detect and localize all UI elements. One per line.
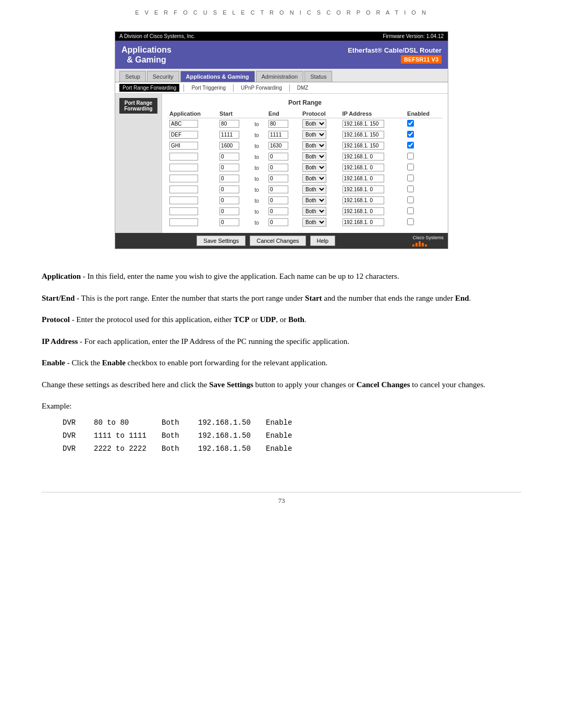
protocol-select[interactable]: BothTCPUDP [302,207,326,216]
cisco-bars [412,241,444,246]
end-input[interactable] [268,153,288,161]
start-input[interactable] [219,153,239,161]
enabled-checkbox[interactable] [407,120,414,127]
example-cell: Both [162,416,188,429]
cell-enabled [405,217,443,228]
ip-input[interactable] [342,120,384,128]
ip-input[interactable] [342,164,384,171]
enabled-checkbox[interactable] [407,196,414,203]
ip-input[interactable] [342,218,384,226]
start-input[interactable] [219,175,239,182]
tab-status[interactable]: Status [304,71,332,82]
enabled-checkbox[interactable] [407,164,414,170]
cell-end [266,184,300,195]
ip-input[interactable] [342,196,384,204]
enabled-checkbox[interactable] [407,153,414,159]
protocol-select[interactable]: BothTCPUDP [302,196,326,205]
end-input[interactable] [268,218,288,226]
subnav-upnp[interactable]: UPnP Forwarding [238,84,285,92]
app-input[interactable] [169,142,198,150]
protocol-select[interactable]: BothTCPUDP [302,163,326,172]
example-cell: Enable [266,416,297,429]
start-input[interactable] [219,120,239,128]
router-logo: Applications & Gaming [121,45,172,65]
cell-start [217,118,251,130]
save-settings-button[interactable]: Save Settings [197,236,246,246]
example-row: DVR1111 to 1111Both192.168.1.50Enable [63,429,521,442]
example-cell: Both [162,442,188,455]
subnav-dmz[interactable]: DMZ [294,84,312,92]
cancel-changes-button[interactable]: Cancel Changes [250,236,305,246]
enabled-checkbox[interactable] [407,186,414,192]
cell-enabled [405,184,443,195]
app-input[interactable] [169,218,198,226]
enabled-checkbox[interactable] [407,131,414,138]
end-input[interactable] [268,186,288,193]
app-input[interactable] [169,196,198,204]
protocol-select[interactable]: BothTCPUDP [302,218,326,227]
example-cell: DVR [63,416,83,429]
app-input[interactable] [169,120,198,128]
ip-input[interactable] [342,153,384,161]
text-start-bold: Start [305,294,322,302]
end-input[interactable] [268,207,288,215]
doc-content: Application - In this field, enter the n… [0,265,563,482]
help-button[interactable]: Help [310,236,336,246]
port-range-header: Port Range [167,99,443,106]
enabled-checkbox[interactable] [407,218,414,225]
ip-input[interactable] [342,142,384,150]
app-input[interactable] [169,175,198,182]
tab-administration[interactable]: Administration [256,71,304,82]
end-input[interactable] [268,120,288,128]
cell-start [217,129,251,140]
start-input[interactable] [219,196,239,204]
product-name: Etherfast® Cable/DSL Router [348,46,442,54]
start-input[interactable] [219,186,239,193]
end-input[interactable] [268,142,288,150]
start-input[interactable] [219,131,239,139]
end-input[interactable] [268,164,288,171]
ip-input[interactable] [342,131,384,139]
protocol-select[interactable]: BothTCPUDP [302,185,326,194]
ip-input[interactable] [342,186,384,193]
app-input[interactable] [169,131,198,139]
app-input[interactable] [169,153,198,161]
start-input[interactable] [219,218,239,226]
col-ip: IP Address [340,109,406,118]
subnav-sep-2 [233,84,234,92]
tab-security[interactable]: Security [147,71,179,82]
enabled-checkbox[interactable] [407,142,414,149]
protocol-select[interactable]: BothTCPUDP [302,130,326,139]
protocol-select[interactable]: BothTCPUDP [302,174,326,183]
protocol-select[interactable]: BothTCPUDP [302,119,326,128]
enabled-checkbox[interactable] [407,175,414,181]
tab-setup[interactable]: Setup [119,71,146,82]
app-input[interactable] [169,207,198,215]
router-main: Port Range Forwarding Port Range Applica… [115,94,448,233]
enabled-checkbox[interactable] [407,207,414,214]
cell-start [217,217,251,228]
subnav-port-triggering[interactable]: Port Triggering [188,84,229,92]
end-input[interactable] [268,175,288,182]
cell-enabled [405,118,443,130]
ip-input[interactable] [342,175,384,182]
protocol-select[interactable]: BothTCPUDP [302,152,326,161]
app-input[interactable] [169,186,198,193]
start-input[interactable] [219,207,239,215]
port-table: Application Start End Protocol IP Addres… [167,109,443,228]
start-input[interactable] [219,142,239,150]
end-input[interactable] [268,131,288,139]
cell-end [266,140,300,151]
cell-to: to [251,140,266,151]
tab-applications-gaming[interactable]: Applications & Gaming [180,71,255,82]
table-row: toBothTCPUDP [167,162,443,173]
protocol-select[interactable]: BothTCPUDP [302,141,326,150]
text-change-intro: Change these settings as described here … [42,380,209,389]
col-application: Application [167,109,217,118]
start-input[interactable] [219,164,239,171]
subnav-port-range[interactable]: Port Range Forwarding [119,84,179,92]
ip-input[interactable] [342,207,384,215]
text-or-1: or [249,315,260,324]
app-input[interactable] [169,164,198,171]
end-input[interactable] [268,196,288,204]
